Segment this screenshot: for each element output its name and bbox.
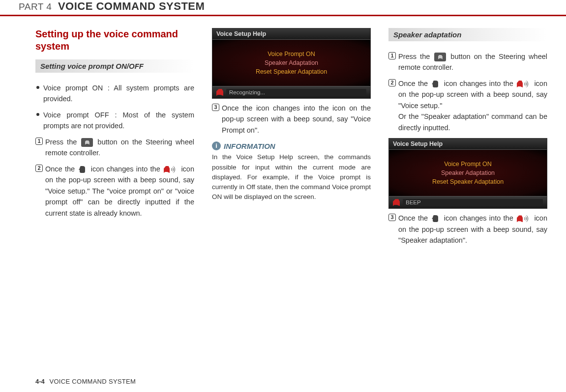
- speaking-head-icon: [517, 80, 531, 88]
- head-silhouette-icon: [78, 165, 87, 174]
- bullet-item: Voice prompt OFF : Most of the system pr…: [35, 110, 194, 132]
- speaking-head-icon: [216, 89, 223, 96]
- voice-setup-screenshot: Voice Setup Help Voice Prompt ON Speaker…: [212, 28, 371, 99]
- column-3: Speaker adaptation 1 Press the button on…: [388, 28, 547, 251]
- content-columns: Setting up the voice command system Sett…: [0, 28, 566, 251]
- step-number-icon: 2: [35, 165, 43, 172]
- screenshot-body: Voice Prompt ON Speaker Adaptation Reset…: [212, 40, 370, 86]
- step-2: 2 Once the icon changes into the icon on…: [35, 164, 194, 219]
- step-number-icon: 3: [388, 214, 396, 221]
- info-icon: i: [212, 141, 221, 150]
- screenshot-title: Voice Setup Help: [389, 139, 547, 150]
- step-text: Or the "Speaker adaptation" command can …: [398, 112, 547, 131]
- column-2: Voice Setup Help Voice Prompt ON Speaker…: [212, 28, 371, 251]
- step-2: 2 Once the icon changes into the icon on…: [388, 78, 547, 133]
- step-text: icon changes into the: [444, 80, 516, 87]
- screenshot-status-text: Recognizing...: [226, 89, 366, 96]
- screenshot-menu-item: Voice Prompt ON: [216, 50, 366, 58]
- screenshot-menu-item: Voice Prompt ON: [393, 160, 543, 168]
- part-label: PART 4: [19, 1, 52, 12]
- talk-button-icon: [81, 138, 93, 147]
- section-title: Setting up the voice command system: [35, 28, 194, 53]
- screenshot-status-text: BEEP: [403, 199, 543, 206]
- part-title: VOICE COMMAND SYSTEM: [58, 0, 205, 12]
- step-number-icon: 2: [388, 79, 396, 86]
- sub-heading-speaker-adaptation: Speaker adaptation: [388, 28, 547, 41]
- step-3: 3 Once the icon changes into the icon on…: [212, 103, 371, 136]
- step-text: Once the: [398, 80, 430, 87]
- screenshot-status-bar: BEEP: [389, 196, 547, 208]
- footer-title: VOICE COMMAND SYSTEM: [49, 378, 136, 385]
- sub-heading-voice-prompt: Setting voice prompt ON/OFF: [35, 59, 194, 73]
- step-3: 3 Once the icon changes into the icon on…: [388, 213, 547, 246]
- step-text: icon changes into the: [444, 214, 516, 222]
- head-silhouette-icon: [431, 214, 440, 223]
- screenshot-menu-item: Reset Speaker Adaptation: [216, 67, 366, 76]
- step-number-icon: 3: [212, 104, 219, 111]
- info-text: In the Voice Setup Help screen, the comm…: [212, 152, 371, 202]
- screenshot-body: Voice Prompt ON Speaker Adaptation Reset…: [389, 150, 547, 196]
- screenshot-menu-item: Reset Speaker Adaptation: [393, 177, 543, 186]
- step-text: icon changes into the: [91, 165, 163, 173]
- info-label: INFORMATION: [224, 142, 275, 150]
- step-text: Once the: [45, 165, 77, 173]
- page-footer: 4-4 VOICE COMMAND SYSTEM: [35, 378, 136, 385]
- step-text: Press the: [398, 53, 433, 60]
- page-header: PART 4 VOICE COMMAND SYSTEM: [0, 0, 566, 16]
- step-number-icon: 1: [388, 52, 396, 59]
- speaking-head-icon: [164, 165, 178, 174]
- step-1: 1 Press the button on the Steering wheel…: [388, 51, 547, 73]
- bullet-item: Voice prompt ON : All system prompts are…: [35, 83, 194, 105]
- step-1: 1 Press the button on the Steering wheel…: [35, 137, 194, 159]
- voice-setup-screenshot: Voice Setup Help Voice Prompt ON Speaker…: [388, 138, 547, 209]
- information-heading: i INFORMATION: [212, 141, 371, 150]
- column-1: Setting up the voice command system Sett…: [35, 28, 194, 251]
- screenshot-menu-item: Speaker Adaptation: [393, 168, 543, 177]
- step-text: Once the icon changes into the icon on t…: [222, 104, 371, 134]
- talk-button-icon: [434, 53, 446, 61]
- page-number: 4-4: [35, 378, 45, 385]
- speaking-head-icon: [517, 214, 531, 223]
- screenshot-menu-item: Speaker Adaptation: [216, 58, 366, 67]
- screenshot-title: Voice Setup Help: [212, 28, 370, 40]
- screenshot-status-bar: Recognizing...: [212, 86, 370, 98]
- step-text: Once the: [398, 214, 430, 222]
- head-silhouette-icon: [431, 80, 440, 88]
- step-number-icon: 1: [35, 138, 43, 145]
- step-text: Press the: [45, 138, 80, 146]
- speaking-head-icon: [393, 199, 400, 206]
